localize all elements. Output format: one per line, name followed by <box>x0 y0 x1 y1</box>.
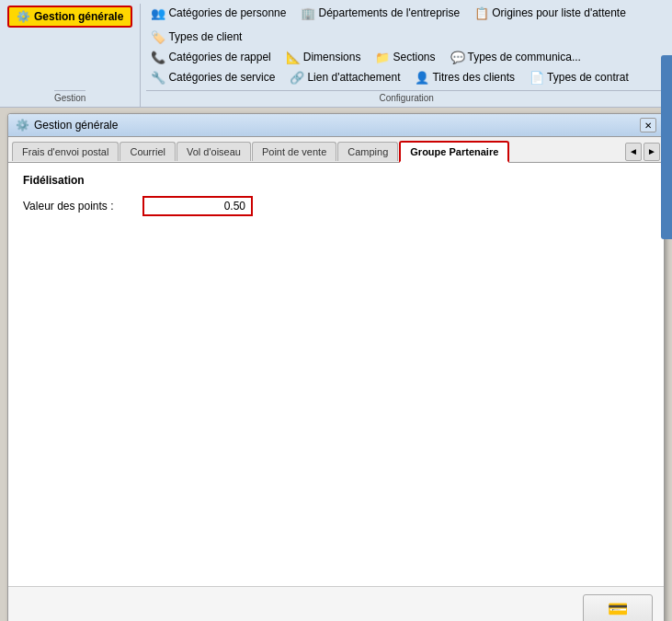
window-title: ⚙️ Gestion générale <box>16 119 118 132</box>
titres-clients-icon: 👤 <box>415 70 429 85</box>
ribbon-btn-departements[interactable]: 🏢 Départements de l'entreprise <box>296 4 464 22</box>
lien-attachement-icon: 🔗 <box>290 70 304 85</box>
types-contrat-icon: 📄 <box>530 70 544 85</box>
tab-prev-button[interactable]: ◄ <box>625 143 642 161</box>
close-button[interactable]: ✕ <box>640 118 656 132</box>
gestion-generale-button[interactable]: ⚙️ Gestion générale <box>7 6 132 28</box>
tab-vol-oiseau[interactable]: Vol d'oiseau <box>177 142 251 161</box>
ribbon-btn-dimensions[interactable]: 📐 Dimensions <box>281 48 366 66</box>
valeur-points-label: Valeur des points : <box>23 200 142 213</box>
config-rows: 👥 Catégories de personne 🏢 Départements … <box>146 4 666 86</box>
ribbon-btn-types-contrat[interactable]: 📄 Types de contrat <box>525 68 633 86</box>
carte-puce-button[interactable]: 💳 Carte puce <box>583 594 653 621</box>
sections-icon: 📁 <box>375 50 390 64</box>
ribbon-btn-titres-clients[interactable]: 👤 Titres des clients <box>410 68 519 86</box>
ribbon-btn-lien-attachement[interactable]: 🔗 Lien d'attachement <box>285 68 404 86</box>
config-row-3: 🔧 Catégories de service 🔗 Lien d'attache… <box>146 68 666 86</box>
window-footer: 💳 Carte puce <box>8 586 664 621</box>
tab-point-de-vente[interactable]: Point de vente <box>252 142 336 161</box>
ribbon: ⚙️ Gestion générale Gestion 👥 Catégories… <box>0 0 672 108</box>
ribbon-btn-categories-personne[interactable]: 👥 Catégories de personne <box>146 4 290 22</box>
gestion-section: ⚙️ Gestion générale Gestion <box>0 4 141 107</box>
main-window: ⚙️ Gestion générale ✕ Frais d'envoi post… <box>7 113 665 621</box>
config-section: 👥 Catégories de personne 🏢 Départements … <box>141 4 672 107</box>
tab-frais-envoi-postal[interactable]: Frais d'envoi postal <box>12 142 119 161</box>
window-title-text: Gestion générale <box>34 119 118 132</box>
types-communication-icon: 💬 <box>450 50 465 64</box>
tab-courriel[interactable]: Courriel <box>120 142 176 161</box>
config-row-2: 📞 Catégories de rappel 📐 Dimensions 📁 Se… <box>146 48 666 66</box>
ribbon-btn-origines[interactable]: 📋 Origines pour liste d'attente <box>470 4 631 22</box>
tab-groupe-partenaire[interactable]: Groupe Partenaire <box>399 141 509 163</box>
window-title-icon: ⚙️ <box>16 119 29 132</box>
gestion-icon: ⚙️ <box>17 10 30 23</box>
categories-service-icon: 🔧 <box>151 70 165 85</box>
ribbon-btn-categories-service[interactable]: 🔧 Catégories de service <box>146 68 279 86</box>
tab-bar: Frais d'envoi postal Courriel Vol d'oise… <box>8 137 664 163</box>
ribbon-btn-types-communication[interactable]: 💬 Types de communica... <box>446 48 586 66</box>
gestion-section-title: Gestion <box>54 90 85 103</box>
valeur-points-input[interactable] <box>142 196 253 216</box>
categories-rappel-icon: 📞 <box>151 50 165 64</box>
ribbon-btn-types-client[interactable]: 🏷️ Types de client <box>146 28 246 46</box>
window-controls: ✕ <box>640 118 656 132</box>
tab-next-button[interactable]: ► <box>644 143 660 161</box>
departements-icon: 🏢 <box>301 6 315 20</box>
fidelisation-section-title: Fidélisation <box>23 174 649 187</box>
window-titlebar: ⚙️ Gestion générale ✕ <box>8 114 664 137</box>
valeur-points-row: Valeur des points : <box>23 196 649 216</box>
types-client-icon: 🏷️ <box>151 29 165 44</box>
tab-content: Fidélisation Valeur des points : <box>8 163 664 586</box>
dimensions-icon: 📐 <box>286 50 301 64</box>
categories-personne-icon: 👥 <box>151 6 165 20</box>
carte-puce-icon: 💳 <box>608 599 628 619</box>
bg-right-decoration <box>661 55 672 239</box>
origines-icon: 📋 <box>474 6 489 20</box>
config-row-1: 👥 Catégories de personne 🏢 Départements … <box>146 4 666 46</box>
config-section-title: Configuration <box>146 90 666 103</box>
tab-camping[interactable]: Camping <box>337 142 398 161</box>
tab-navigation: ◄ ► <box>625 143 660 161</box>
ribbon-btn-categories-rappel[interactable]: 📞 Catégories de rappel <box>146 48 275 66</box>
ribbon-btn-sections[interactable]: 📁 Sections <box>370 48 439 66</box>
